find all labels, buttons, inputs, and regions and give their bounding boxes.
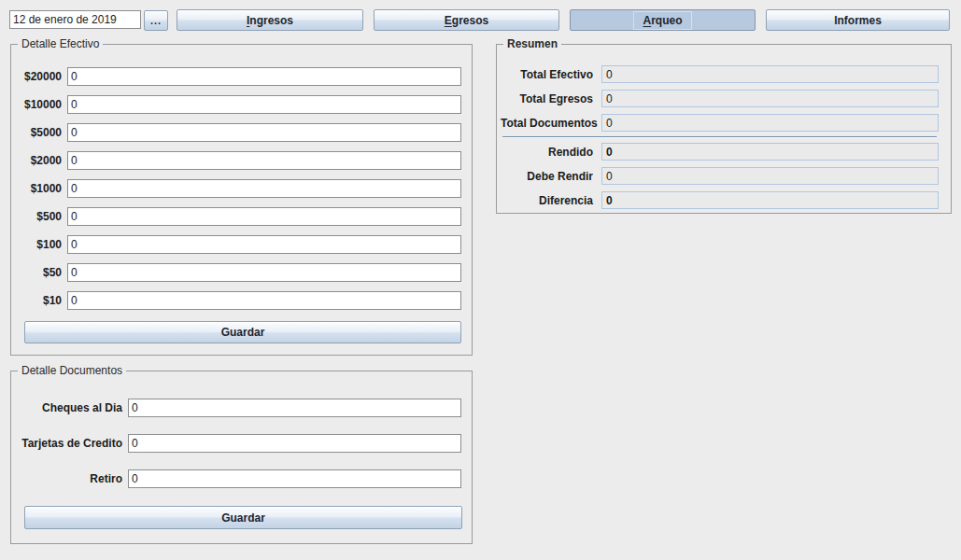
document-row: Tarjetas de Credito <box>13 434 461 453</box>
row-input[interactable] <box>128 469 461 488</box>
group-detalle-efectivo: Detalle Efectivo $20000 $10000 $5000 $20… <box>10 44 473 356</box>
row-label: $5000 <box>13 126 62 139</box>
summary-row: Total Documentos 0 <box>501 114 939 132</box>
denomination-row: $1000 <box>13 179 461 198</box>
denomination-row: $20000 <box>13 67 461 86</box>
summary-row: Diferencia 0 <box>501 191 939 209</box>
row-value: 0 <box>601 90 939 107</box>
row-input[interactable] <box>67 207 461 226</box>
row-label: Total Efectivo <box>501 68 593 81</box>
row-label: Total Documentos <box>501 117 593 130</box>
nav-button-label: Arqueo <box>634 12 690 29</box>
row-label: $100 <box>13 238 62 251</box>
row-input[interactable] <box>128 399 461 417</box>
row-value: 0 <box>601 167 939 185</box>
row-value: 0 <box>601 143 939 161</box>
summary-row: Debe Rendir 0 <box>501 167 939 185</box>
row-label: Tarjetas de Credito <box>13 437 122 450</box>
group-resumen: Resumen Total Efectivo 0 Total Egresos 0… <box>496 44 952 214</box>
guardar-efectivo-button[interactable]: Guardar <box>24 321 461 343</box>
summary-row: Total Egresos 0 <box>501 90 939 107</box>
row-label: Rendido <box>501 146 593 159</box>
denomination-row: $10000 <box>13 95 461 114</box>
row-label: Cheques al Dia <box>13 401 122 414</box>
row-value: 0 <box>601 191 939 209</box>
group-detalle-documentos: Detalle Documentos Cheques al Dia Tarjet… <box>10 371 473 544</box>
denomination-row: $500 <box>13 207 461 226</box>
row-label: Retiro <box>13 472 122 485</box>
row-input[interactable] <box>128 434 461 453</box>
document-row: Retiro <box>13 469 461 488</box>
nav-button-label: Ingresos <box>247 14 293 27</box>
date-input[interactable] <box>9 10 141 29</box>
row-label: $20000 <box>13 70 62 83</box>
row-input[interactable] <box>67 151 461 170</box>
nav-button-arqueo[interactable]: Arqueo <box>570 9 756 31</box>
row-input[interactable] <box>67 235 461 254</box>
row-input[interactable] <box>67 291 461 310</box>
denomination-row: $2000 <box>13 151 461 170</box>
row-label: Total Egresos <box>501 92 593 105</box>
denomination-row: $50 <box>13 263 461 282</box>
summary-row: Total Efectivo 0 <box>501 65 939 83</box>
date-picker-button[interactable]: ... <box>144 10 168 31</box>
nav-button-label: Egresos <box>445 14 488 27</box>
nav-button-egresos[interactable]: Egresos <box>374 9 559 31</box>
row-value: 0 <box>601 65 939 83</box>
resumen-separator <box>502 136 937 138</box>
row-label: $50 <box>13 266 62 279</box>
row-label: $1000 <box>13 182 62 195</box>
nav-button-label: Informes <box>834 14 882 27</box>
row-label: $10000 <box>13 98 62 111</box>
row-input[interactable] <box>67 123 461 142</box>
row-input[interactable] <box>67 95 461 114</box>
nav-button-informes[interactable]: Informes <box>766 9 950 31</box>
denomination-row: $5000 <box>13 123 461 142</box>
document-row: Cheques al Dia <box>13 399 461 417</box>
row-label: $10 <box>13 294 62 307</box>
nav-button-ingresos[interactable]: Ingresos <box>177 9 363 31</box>
summary-row: Rendido 0 <box>501 143 939 161</box>
guardar-documentos-button[interactable]: Guardar <box>24 506 462 529</box>
row-input[interactable] <box>67 67 461 86</box>
denomination-row: $100 <box>13 235 461 254</box>
denomination-row: $10 <box>13 291 461 310</box>
row-label: Diferencia <box>501 194 593 207</box>
row-value: 0 <box>601 114 939 132</box>
row-input[interactable] <box>67 179 461 198</box>
row-label: $500 <box>13 210 62 223</box>
row-label: $2000 <box>13 154 62 167</box>
row-label: Debe Rendir <box>501 170 593 183</box>
row-input[interactable] <box>67 263 461 282</box>
app-root: { "toolbar": { "date_value": "12 de ener… <box>0 0 961 560</box>
